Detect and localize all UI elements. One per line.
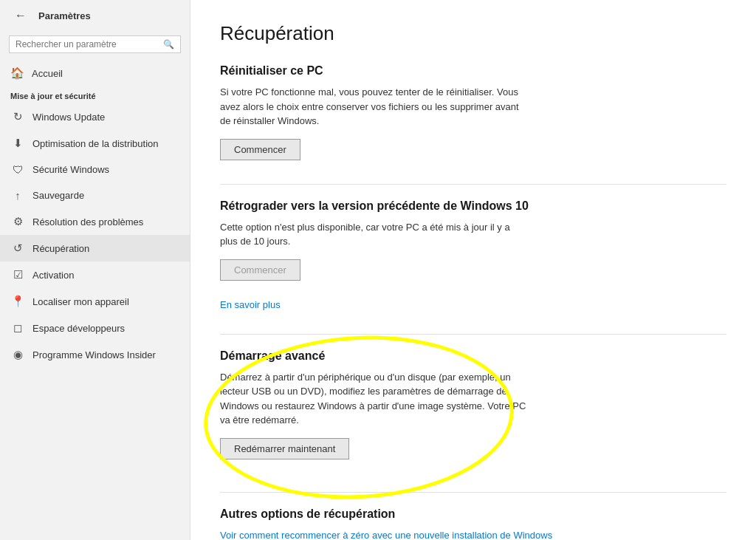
main-content: Récupération Réinitialiser ce PC Si votr… (190, 0, 756, 540)
sidebar-item-accueil[interactable]: 🏠 Accueil (0, 61, 190, 86)
sidebar-item-localiser[interactable]: 📍 Localiser mon appareil (0, 288, 190, 315)
localiser-icon: 📍 (10, 295, 25, 308)
sidebar-title: Paramètres (38, 10, 91, 21)
espace-icon: ◻ (10, 321, 25, 335)
section1-title: Réinitialiser ce PC (220, 64, 726, 78)
section3-desc: Démarrez à partir d'un périphérique ou d… (220, 370, 530, 428)
sidebar-item-security[interactable]: 🛡 Sécurité Windows (0, 157, 190, 182)
section-reinitialiser: Réinitialiser ce PC Si votre PC fonction… (220, 64, 726, 178)
en-savoir-plus-link[interactable]: En savoir plus (220, 299, 281, 310)
divider-2 (220, 334, 726, 335)
distribution-icon: ⬇ (10, 137, 25, 150)
sauvegarde-icon: ↑ (10, 189, 25, 202)
commencer-button-2[interactable]: Commencer (220, 259, 300, 281)
nav-label: Résolution des problèmes (32, 216, 143, 228)
sidebar-item-sauvegarde[interactable]: ↑ Sauvegarde (0, 182, 190, 208)
section3-title: Démarrage avancé (220, 349, 726, 363)
sidebar-item-resolution[interactable]: ⚙ Résolution des problèmes (0, 208, 190, 235)
sidebar-item-espace[interactable]: ◻ Espace développeurs (0, 315, 190, 341)
nav-label: Localiser mon appareil (32, 296, 129, 307)
section2-title: Rétrograder vers la version précédente d… (220, 199, 726, 213)
insider-icon: ◉ (10, 348, 25, 361)
search-icon: 🔍 (163, 39, 174, 49)
titlebar: ← Paramètres (0, 0, 190, 31)
commencer-button-1[interactable]: Commencer (220, 139, 300, 160)
sidebar-section-label: Mise à jour et sécurité (0, 86, 190, 103)
recuperation-icon: ↺ (10, 242, 25, 255)
sidebar-home-label: Accueil (32, 68, 63, 79)
nouvelle-installation-link[interactable]: Voir comment recommencer à zéro avec une… (220, 530, 552, 541)
page-title: Récupération (220, 22, 726, 45)
sidebar-item-distribution[interactable]: ⬇ Optimisation de la distribution (0, 130, 190, 157)
sidebar: ← Paramètres 🔍 🏠 Accueil Mise à jour et … (0, 0, 190, 540)
back-button[interactable]: ← (10, 7, 31, 24)
sidebar-item-activation[interactable]: ☑ Activation (0, 262, 190, 288)
sidebar-item-insider[interactable]: ◉ Programme Windows Insider (0, 341, 190, 368)
sidebar-item-recuperation[interactable]: ↺ Récupération (0, 235, 190, 262)
divider-1 (220, 184, 726, 185)
section-autres-options: Autres options de récupération Voir comm… (220, 507, 726, 541)
section1-desc: Si votre PC fonctionne mal, vous pouvez … (220, 85, 530, 129)
search-box[interactable]: 🔍 (9, 35, 181, 53)
resolution-icon: ⚙ (10, 215, 25, 228)
nav-label: Récupération (32, 243, 89, 254)
shield-icon: 🛡 (10, 163, 25, 176)
sidebar-item-windows-update[interactable]: ↻ Windows Update (0, 103, 190, 130)
search-input[interactable] (16, 39, 163, 49)
nav-label: Activation (32, 270, 74, 281)
nav-label: Sauvegarde (32, 190, 84, 201)
divider-3 (220, 492, 726, 493)
update-icon: ↻ (10, 110, 25, 123)
section-retrograder: Rétrograder vers la version précédente d… (220, 199, 726, 328)
home-icon: 🏠 (10, 66, 24, 80)
section2-desc: Cette option n'est plus disponible, car … (220, 220, 530, 249)
section4-title: Autres options de récupération (220, 507, 726, 521)
section-demarrage-avance: Démarrage avancé Démarrez à partir d'un … (220, 349, 726, 477)
nav-label: Espace développeurs (32, 323, 125, 334)
activation-icon: ☑ (10, 268, 25, 281)
redemarrer-button[interactable]: Redémarrer maintenant (220, 438, 349, 459)
nav-label: Windows Update (32, 112, 105, 123)
nav-label: Optimisation de la distribution (32, 138, 159, 149)
nav-label: Sécurité Windows (32, 164, 109, 175)
nav-label: Programme Windows Insider (32, 349, 156, 360)
